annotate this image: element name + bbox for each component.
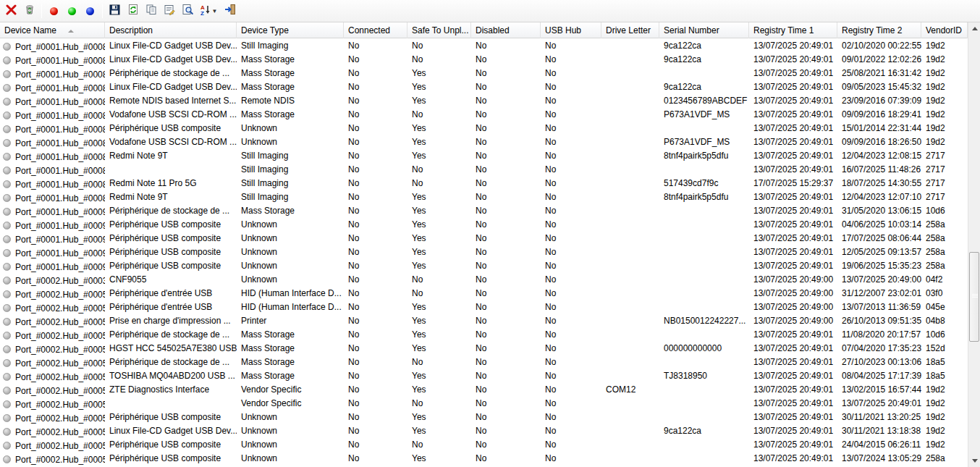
column-header-serial-number[interactable]: Serial Number — [659, 22, 749, 38]
scroll-down-button[interactable] — [968, 455, 980, 467]
cell-vendor-id: 10d6 — [921, 328, 968, 342]
cell-device-type: HID (Human Interface D... — [237, 300, 344, 314]
cell-registry-time-1: 13/07/2025 20:49:01 — [749, 245, 837, 259]
table-row[interactable]: Port_#0001.Hub_#0009Périphérique USB com… — [0, 259, 968, 273]
table-row[interactable]: Port_#0002.Hub_#0005Périphérique USB com… — [0, 411, 968, 424]
cell-drive-letter — [601, 149, 659, 163]
column-header-connected[interactable]: Connected — [344, 22, 407, 38]
cell-registry-time-2: 30/11/2021 13:20:25 — [837, 411, 921, 424]
table-row[interactable]: Port_#0001.Hub_#0008Linux File-CD Gadget… — [0, 53, 968, 67]
table-row[interactable]: Port_#0001.Hub_#0008Périphérique de stoc… — [0, 67, 968, 80]
column-header-registry-time-2[interactable]: Registry Time 2 — [837, 22, 921, 38]
cell-device-type: Unknown — [237, 135, 344, 149]
cell-registry-time-1: 13/07/2025 20:49:01 — [749, 67, 837, 80]
usb-device-icon — [3, 235, 11, 243]
device-name-text: Port_#0002.Hub_#0005 — [15, 290, 105, 300]
table-row[interactable]: Port_#0001.Hub_#0008Remote NDIS based In… — [0, 94, 968, 108]
save-button[interactable] — [106, 2, 124, 20]
cell-usb-hub: No — [541, 438, 601, 452]
usb-device-icon — [3, 455, 11, 463]
usb-device-icon — [3, 208, 11, 216]
table-row[interactable]: Port_#0002.Hub_#0005TOSHIBA MQ04ABD200 U… — [0, 369, 968, 383]
cell-vendor-id: 19d2 — [921, 108, 968, 122]
device-name-text: Port_#0001.Hub_#0008 — [15, 180, 105, 190]
cell-connected: No — [344, 411, 407, 424]
table-row[interactable]: Port_#0002.Hub_#0005Périphérique USB com… — [0, 452, 968, 466]
cell-serial-number: 9ca122ca — [659, 424, 749, 438]
cell-usb-hub: No — [541, 80, 601, 94]
cell-description: Redmi Note 11 Pro 5G — [105, 177, 237, 190]
cell-registry-time-2: 12/04/2023 12:07:10 — [837, 190, 921, 204]
table-row[interactable]: Port_#0001.Hub_#0008Périphérique USB com… — [0, 122, 968, 135]
table-row[interactable]: Port_#0002.Hub_#0005Périphérique de stoc… — [0, 355, 968, 369]
table-row[interactable]: Port_#0001.Hub_#0009Périphérique USB com… — [0, 218, 968, 232]
usb-device-icon — [3, 442, 11, 450]
table-row[interactable]: Port_#0002.Hub_#0005Périphérique d'entré… — [0, 300, 968, 314]
cell-serial-number — [659, 452, 749, 466]
usb-device-icon — [3, 332, 11, 340]
table-row[interactable]: Port_#0001.Hub_#0008Redmi Note 9TStill I… — [0, 190, 968, 204]
column-header-registry-time-1[interactable]: Registry Time 1 — [749, 22, 837, 38]
uninstall-device-button[interactable] — [2, 2, 20, 20]
column-header-device-type[interactable]: Device Type — [237, 22, 344, 38]
copy-button[interactable] — [142, 2, 160, 20]
cell-registry-time-1: 13/07/2025 20:49:01 — [749, 438, 837, 452]
table-row[interactable]: Port_#0002.Hub_#0005HGST HCC 545025A7E38… — [0, 342, 968, 355]
table-row[interactable]: Port_#0001.Hub_#0009Périphérique USB com… — [0, 232, 968, 245]
table-row[interactable]: Port_#0001.Hub_#0008Still ImagingNoNoNoN… — [0, 163, 968, 177]
table-row[interactable]: Port_#0001.Hub_#0009Périphérique USB com… — [0, 245, 968, 259]
cell-connected: No — [344, 108, 407, 122]
find-button[interactable] — [178, 2, 196, 20]
usb-device-icon — [3, 277, 11, 285]
table-row[interactable]: Port_#0002.Hub_#0005ZTE Diagnostics Inte… — [0, 383, 968, 397]
properties-page-icon — [164, 4, 175, 18]
table-row[interactable]: Port_#0002.Hub_#0005Prise en charge d'im… — [0, 314, 968, 328]
cell-registry-time-1: 13/07/2025 20:49:01 — [749, 411, 837, 424]
table-row[interactable]: Port_#0001.Hub_#0008Redmi Note 9TStill I… — [0, 149, 968, 163]
column-header-safe-to-unplug[interactable]: Safe To Unpl... — [407, 22, 471, 38]
usb-device-icon — [3, 414, 11, 422]
cell-usb-hub: No — [541, 259, 601, 273]
column-header-disabled[interactable]: Disabled — [471, 22, 541, 38]
remove-device-button[interactable] — [20, 2, 38, 20]
cell-connected: No — [344, 163, 407, 177]
cell-description: Vodafone USB SCSI CD-ROM ... — [105, 135, 237, 149]
table-row[interactable]: Port_#0002.Hub_#0005Périphérique d'entré… — [0, 287, 968, 300]
cell-registry-time-2: 31/12/2007 23:02:01 — [837, 287, 921, 300]
column-header-drive-letter[interactable]: Drive Letter — [601, 22, 659, 38]
red-ball-button[interactable] — [45, 2, 63, 20]
table-row[interactable]: Port_#0001.Hub_#0008Redmi Note 11 Pro 5G… — [0, 177, 968, 190]
refresh-button[interactable] — [124, 2, 142, 20]
properties-button[interactable] — [160, 2, 178, 20]
table-row[interactable]: Port_#0002.Hub_#0005Périphérique de stoc… — [0, 328, 968, 342]
column-header-usb-hub[interactable]: USB Hub — [541, 22, 601, 38]
table-row[interactable]: Port_#0001.Hub_#0008Vodafone USB SCSI CD… — [0, 135, 968, 149]
table-row[interactable]: Port_#0002.Hub_#0005Périphérique USB com… — [0, 438, 968, 452]
column-header-label: Connected — [348, 25, 390, 35]
green-ball-button[interactable] — [63, 2, 81, 20]
column-header-device-name[interactable]: Device Name — [0, 22, 105, 38]
scroll-up-button[interactable] — [968, 22, 980, 35]
toolbar-separator — [102, 4, 103, 18]
table-row[interactable]: Port_#0001.Hub_#0008Linux File-CD Gadget… — [0, 39, 968, 53]
cell-serial-number — [659, 438, 749, 452]
cell-description: Périphérique USB composite — [105, 259, 237, 273]
exit-button[interactable] — [221, 2, 239, 20]
blue-ball-button[interactable] — [81, 2, 99, 20]
scrollbar-thumb[interactable] — [969, 252, 979, 342]
table-row[interactable]: Port_#0001.Hub_#0008Vodafone USB SCSI CD… — [0, 108, 968, 122]
column-header-vendor-id[interactable]: VendorID — [921, 22, 968, 38]
table-row[interactable]: Port_#0002.Hub_#0005Linux File-CD Gadget… — [0, 424, 968, 438]
usbdeview-window: A Z ▼ Device NameDescriptionDevice TypeC… — [0, 0, 980, 467]
column-header-description[interactable]: Description — [105, 22, 237, 38]
sort-button[interactable]: A Z ▼ — [196, 2, 221, 20]
table-row[interactable]: Port_#0001.Hub_#0008Linux File-CD Gadget… — [0, 80, 968, 94]
table-row[interactable]: Port_#0002.Hub_#0003CNF9055UnknownNoNoNo… — [0, 273, 968, 287]
cell-vendor-id: 19d2 — [921, 122, 968, 135]
table-row[interactable]: Port_#0002.Hub_#0005Vendor SpecificNoNoN… — [0, 397, 968, 411]
vertical-scrollbar[interactable] — [968, 22, 980, 467]
table-row[interactable]: Port_#0001.Hub_#0009Périphérique de stoc… — [0, 204, 968, 218]
device-name-text: Port_#0001.Hub_#0009 — [15, 221, 105, 231]
cell-disabled: No — [471, 67, 541, 80]
cell-device-type: Mass Storage — [237, 369, 344, 383]
